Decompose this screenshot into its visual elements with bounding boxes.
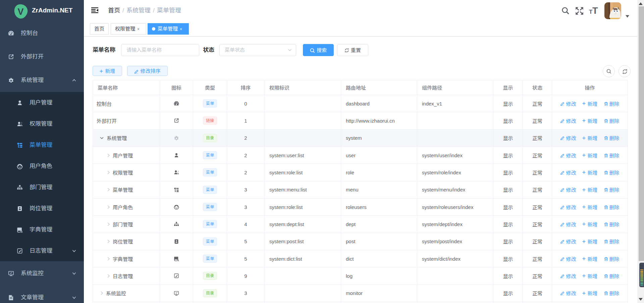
svg-text:T: T [592, 6, 598, 16]
svg-text:V: V [17, 7, 23, 17]
